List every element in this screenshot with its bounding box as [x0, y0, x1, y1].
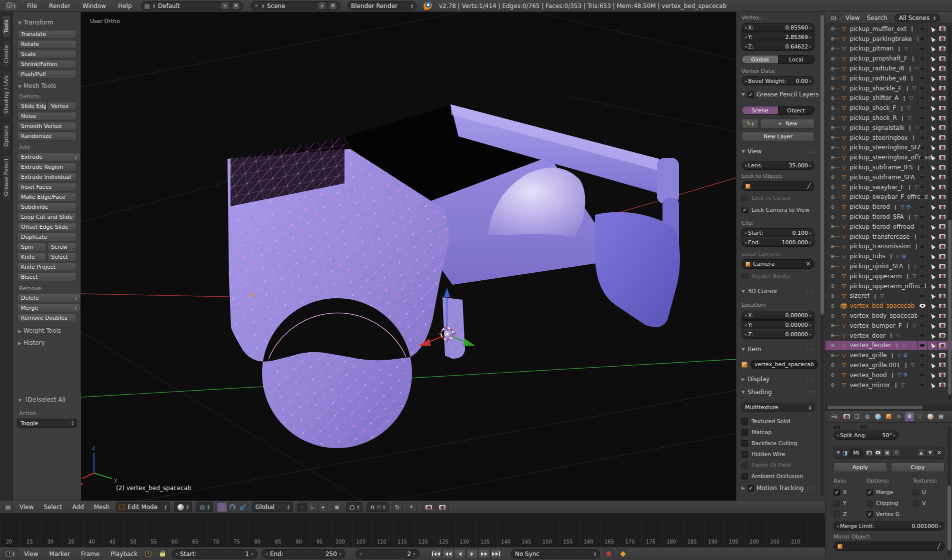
camera-icon[interactable]	[939, 314, 946, 318]
expand-icon[interactable]: ⊕	[830, 333, 834, 338]
expand-icon[interactable]: ⊕	[830, 244, 834, 249]
panel-header-transform[interactable]: ▼Transform	[18, 19, 76, 26]
tab-render[interactable]	[842, 412, 851, 421]
cursor-arrow-icon[interactable]	[929, 313, 935, 319]
add-layout-button[interactable]: ＋	[221, 2, 229, 9]
cursor-arrow-icon[interactable]	[929, 45, 935, 52]
properties-scrollbar[interactable]	[948, 426, 951, 557]
camera-icon[interactable]	[939, 116, 946, 120]
checkbox[interactable]	[742, 473, 748, 480]
expand-icon[interactable]: ⊕	[830, 234, 834, 239]
timeline-ruler[interactable]: 2025303540455055606570758085909510010511…	[0, 514, 825, 547]
offset-edge-slide-button[interactable]: Offset Edge Slide	[17, 223, 76, 231]
modifier-move-down-button[interactable]: ▼	[926, 449, 934, 457]
camera-icon[interactable]	[939, 294, 946, 298]
expand-icon[interactable]: ⊕	[830, 66, 834, 71]
outliner-item-pickup_shifter_A[interactable]: ⊕▽pickup_shifter_A❙▽	[826, 93, 952, 103]
cursor-arrow-icon[interactable]	[929, 35, 935, 42]
expand-icon[interactable]: ⊕	[830, 46, 834, 51]
clip-end-field[interactable]: ◂End:1000.000▸	[742, 238, 814, 247]
eye-icon[interactable]	[920, 314, 925, 318]
camera-icon[interactable]	[939, 274, 946, 278]
modifier-editmode-toggle[interactable]: ▣	[883, 449, 892, 457]
inset-faces-button[interactable]: Inset Faces	[17, 183, 76, 191]
cursor-arrow-icon[interactable]	[929, 233, 935, 240]
camera-icon[interactable]	[939, 175, 946, 179]
camera-icon[interactable]	[939, 56, 946, 61]
spinner-updown-icon[interactable]: ▴▾	[75, 296, 76, 300]
expand-icon[interactable]: ⊕	[830, 313, 834, 319]
sync-dropdown[interactable]: No Sync ▴▾	[511, 549, 600, 559]
eye-icon[interactable]	[920, 304, 926, 308]
record-button[interactable]	[604, 549, 614, 559]
triangle-down-icon[interactable]: ▼	[836, 450, 840, 455]
eye-icon[interactable]	[920, 126, 925, 129]
panel-header-3d-cursor[interactable]: ▼3D Cursor::::	[742, 288, 814, 295]
noise-button[interactable]: Noise	[17, 112, 76, 120]
keying-button[interactable]: ✛	[406, 503, 416, 512]
editor-type-timeline-button[interactable]: ▴▾	[3, 549, 18, 559]
cursor-arrow-icon[interactable]	[929, 154, 935, 161]
timeline-menu-marker[interactable]: Marker	[47, 551, 72, 558]
outliner-item-pickup_ujoint_SFA[interactable]: ⊕▽pickup_ujoint_SFA❙▽	[826, 261, 952, 271]
camera-icon[interactable]	[939, 165, 946, 170]
checkbox[interactable]	[742, 440, 748, 447]
checkbox[interactable]	[742, 429, 748, 436]
tab-data[interactable]: ▽	[916, 412, 924, 421]
camera-icon[interactable]	[939, 234, 946, 239]
local-camera-field[interactable]: Camera✕	[742, 259, 814, 269]
close-layout-button[interactable]: ✕	[232, 2, 240, 9]
apply-button[interactable]: Apply	[834, 463, 887, 472]
scale-button[interactable]: Scale	[17, 50, 76, 58]
merge-button[interactable]: Merge	[17, 304, 80, 312]
checkbox[interactable]	[742, 418, 748, 425]
camera-icon[interactable]	[939, 215, 946, 219]
panel-header-motion-tracking[interactable]: ▶ ✓ Motion Tracking::::	[742, 485, 814, 492]
selected-vertex[interactable]	[446, 333, 448, 335]
spinner-updown-icon[interactable]: ▴▾	[75, 155, 76, 159]
cursor-arrow-icon[interactable]	[929, 26, 935, 32]
outliner-item-pickup_tubs[interactable]: ⊕▽pickup_tubs❙▽⚙	[826, 251, 952, 261]
shelf-tab-create[interactable]: Create	[2, 40, 10, 68]
viewport-shading-dropdown[interactable]: ▴▾	[174, 502, 192, 512]
playback-range-button[interactable]	[144, 549, 154, 559]
mirror-object-field[interactable]: ╱	[834, 542, 944, 551]
cursor-arrow-icon[interactable]	[929, 362, 935, 369]
eye-icon[interactable]	[920, 185, 925, 189]
bisect-button[interactable]: Bisect	[17, 273, 76, 281]
spin-button[interactable]: Spin	[17, 243, 46, 251]
camera-icon[interactable]	[939, 343, 946, 348]
checkbox[interactable]	[742, 451, 748, 458]
expand-icon[interactable]: ⊕	[830, 343, 834, 348]
tab-modifiers[interactable]: ⚙	[905, 412, 914, 421]
viewport-3d[interactable]: z y x User Ortho (2) vertex_bed_spacecab	[81, 12, 736, 501]
camera-icon[interactable]	[939, 86, 946, 90]
expand-icon[interactable]: ⊕	[830, 353, 834, 358]
camera-icon[interactable]	[939, 106, 946, 110]
eye-icon[interactable]	[920, 245, 925, 248]
outliner-item-pickup_signalstalk[interactable]: ⊕▽pickup_signalstalk❙▽	[826, 123, 952, 133]
lock-to-cursor-checkbox[interactable]	[742, 195, 748, 201]
select-button[interactable]: Select	[47, 253, 76, 261]
expand-icon[interactable]: ⊕	[830, 303, 834, 309]
shelf-tab-shading-uvs[interactable]: Shading / UVs	[2, 71, 10, 118]
outliner-item-pickup_transfercase[interactable]: ⊕▽pickup_transfercase❙	[826, 232, 952, 242]
outliner-item-pickup_propshaft_F[interactable]: ⊕▽pickup_propshaft_F❙	[826, 53, 952, 63]
modifier-delete-button[interactable]: ✕	[937, 450, 942, 456]
cursor-arrow-icon[interactable]	[929, 75, 935, 81]
outliner-item-pickup_shock_R[interactable]: ⊕▽pickup_shock_R❙▽	[826, 113, 952, 123]
expand-icon[interactable]: ⊕	[830, 26, 834, 31]
camera-icon[interactable]	[939, 284, 946, 288]
editor-type-3dview-button[interactable]: ▤	[3, 503, 13, 512]
bevel-weight-field[interactable]: ◂Bevel Weight:0.00▸	[742, 76, 814, 85]
camera-icon[interactable]	[939, 224, 946, 229]
cursor-arrow-icon[interactable]	[929, 95, 935, 101]
vertex-select-button[interactable]: ∴	[297, 503, 307, 512]
timeline-menu-playback[interactable]: Playback	[108, 551, 140, 558]
checkbox[interactable]: ✓	[834, 489, 840, 496]
current-frame-field[interactable]: ◂2▸	[356, 549, 420, 559]
panel-header-shading[interactable]: ▼Shading::::	[742, 389, 814, 396]
panel-header-weight-tools[interactable]: ▶Weight Tools	[18, 327, 76, 334]
outliner-item-vertex_door[interactable]: ⊕▽vertex_door❙▽	[826, 331, 952, 341]
outliner-item-pickup_upperarm[interactable]: ⊕▽pickup_upperarm❙▽	[826, 271, 952, 281]
